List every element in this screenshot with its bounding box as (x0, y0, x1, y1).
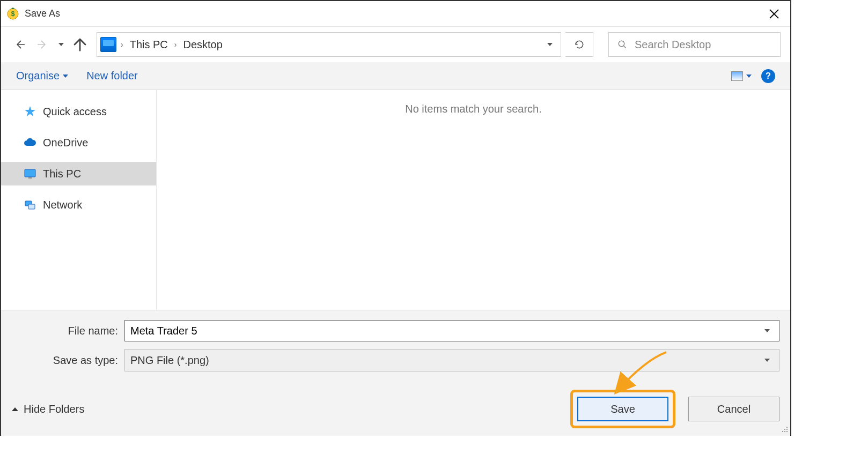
back-button[interactable] (11, 35, 29, 54)
svg-rect-3 (25, 169, 35, 177)
sidebar-item-quickaccess[interactable]: Quick access (1, 100, 156, 123)
cloud-icon (24, 136, 36, 149)
chevron-down-icon (746, 75, 752, 78)
chevron-up-icon (12, 407, 18, 411)
hide-folders-label: Hide Folders (24, 403, 84, 415)
navigation-bar: › This PC › Desktop (1, 27, 790, 62)
organise-label: Organise (16, 70, 60, 82)
toolbar: Organise New folder ? (1, 62, 790, 90)
forward-button[interactable] (33, 35, 52, 54)
filetype-label: Save as type: (12, 354, 124, 367)
cancel-button[interactable]: Cancel (688, 397, 779, 421)
breadcrumb-item-desktop[interactable]: Desktop (181, 39, 224, 51)
svg-point-2 (619, 41, 624, 47)
search-input[interactable] (635, 39, 771, 51)
breadcrumb-separator-icon: › (174, 40, 177, 49)
sidebar-item-label: Quick access (43, 106, 107, 118)
titlebar: $ Save As (1, 1, 790, 27)
svg-text:$: $ (11, 10, 15, 18)
svg-rect-10 (782, 431, 783, 432)
filetype-dropdown-icon (761, 359, 774, 362)
filename-dropdown[interactable] (761, 329, 774, 332)
new-folder-button[interactable]: New folder (86, 70, 138, 82)
organise-menu[interactable]: Organise (16, 70, 68, 82)
svg-rect-7 (786, 427, 788, 428)
filename-input[interactable] (130, 325, 761, 337)
help-button[interactable]: ? (761, 69, 775, 83)
breadcrumb-separator-icon: › (121, 40, 123, 49)
sidebar: Quick access OneDrive This PC Network (1, 90, 157, 310)
svg-rect-4 (28, 177, 32, 178)
close-button[interactable] (763, 3, 785, 25)
annotation-highlight: Save (570, 390, 675, 428)
address-bar[interactable]: › This PC › Desktop (97, 32, 561, 57)
svg-rect-8 (784, 429, 785, 430)
svg-rect-12 (786, 431, 788, 432)
up-button[interactable] (71, 35, 89, 54)
search-icon (617, 40, 627, 49)
resize-grip[interactable] (781, 426, 789, 433)
search-box[interactable] (608, 32, 781, 57)
filename-field[interactable] (124, 320, 779, 341)
star-icon (24, 105, 36, 118)
file-list-area: No items match your search. (157, 90, 790, 310)
recent-locations-dropdown[interactable] (56, 43, 67, 46)
filename-label: File name: (12, 325, 124, 337)
view-icon (731, 71, 743, 81)
hide-folders-toggle[interactable]: Hide Folders (12, 403, 84, 415)
empty-message: No items match your search. (405, 103, 542, 115)
sidebar-item-network[interactable]: Network (1, 193, 156, 217)
network-icon (24, 198, 36, 211)
sidebar-item-onedrive[interactable]: OneDrive (1, 131, 156, 154)
bottom-panel: File name: Save as type: PNG File (*.png… (1, 310, 790, 436)
save-as-dialog: $ Save As › This PC › Desktop (0, 0, 791, 436)
svg-rect-9 (786, 429, 788, 430)
refresh-button[interactable] (565, 32, 593, 57)
breadcrumb-item-thispc[interactable]: This PC (128, 39, 170, 51)
app-icon: $ (6, 8, 19, 20)
address-dropdown[interactable] (542, 43, 557, 46)
sidebar-item-label: This PC (43, 168, 81, 180)
monitor-icon (24, 167, 36, 180)
chevron-down-icon (63, 75, 68, 78)
svg-rect-6 (28, 204, 35, 209)
filetype-select[interactable]: PNG File (*.png) (124, 349, 779, 371)
view-menu[interactable] (731, 71, 752, 81)
main-area: Quick access OneDrive This PC Network (1, 90, 790, 310)
save-button[interactable]: Save (577, 397, 668, 421)
sidebar-item-label: Network (43, 199, 82, 211)
dialog-title: Save As (25, 8, 763, 19)
this-pc-icon (100, 37, 116, 52)
svg-rect-11 (784, 431, 785, 432)
breadcrumb: This PC › Desktop (128, 33, 542, 56)
sidebar-item-label: OneDrive (43, 137, 88, 149)
sidebar-item-thispc[interactable]: This PC (1, 162, 156, 185)
filetype-value: PNG File (*.png) (130, 354, 209, 367)
